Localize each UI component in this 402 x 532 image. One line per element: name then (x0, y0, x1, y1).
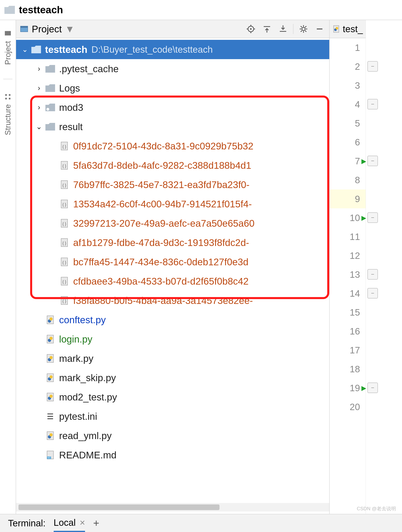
tree-folder-mod3[interactable]: ›mod3 (16, 98, 329, 117)
gutter-line[interactable]: 16 (330, 322, 366, 341)
tree-file-mark-skip-py[interactable]: mark_skip.py (16, 368, 329, 387)
fold-marker-icon[interactable]: − (367, 61, 378, 72)
fold-marker-icon[interactable]: − (367, 156, 378, 166)
json-file-icon: { } (58, 141, 71, 151)
svg-line-22 (301, 26, 302, 27)
locate-icon[interactable] (245, 23, 257, 35)
gutter-line[interactable]: 18 (330, 360, 366, 379)
tree-file-result-2[interactable]: { }76b97ffc-3825-45e7-8321-ea3fd7ba23f0- (16, 175, 329, 194)
tree-file-result-6[interactable]: { }bc7ffa45-1447-434e-836c-0deb127f0e3d (16, 252, 329, 272)
tree-file-login-py[interactable]: login.py (16, 329, 329, 349)
horizontal-scrollbar[interactable] (16, 503, 329, 512)
tree-folder--pytest-cache[interactable]: ›.pytest_cache (16, 59, 329, 78)
gutter-line[interactable]: 3 (330, 76, 366, 95)
collapse-all-icon[interactable] (277, 23, 289, 35)
side-tab-project[interactable]: Project (3, 24, 13, 71)
editor-gutter: test_ 1234567▶8910▶111213141516171819▶20 (330, 20, 366, 514)
svg-text:{ }: { } (62, 260, 66, 265)
tree-item-label: README.md (59, 450, 116, 461)
svg-rect-1 (9, 98, 10, 99)
fold-marker-icon[interactable]: − (367, 269, 378, 279)
gutter-line[interactable]: 12 (330, 246, 366, 265)
gutter-line[interactable]: 10▶ (330, 208, 366, 227)
panel-title-group[interactable]: Project ▼ (20, 24, 74, 35)
tree-file-result-5[interactable]: { }af1b1279-fdbe-47da-9d3c-19193f8fdc2d- (16, 233, 329, 252)
tree-file-result-3[interactable]: { }13534a42-6c0f-4c00-94b7-914521f015f4- (16, 194, 329, 214)
gutter-line[interactable]: 20 (330, 398, 366, 416)
tree-item-label: read_yml.py (59, 430, 111, 441)
expand-arrow-icon[interactable]: ⌄ (20, 45, 30, 54)
folder-icon (4, 30, 11, 37)
folder-icon (44, 122, 57, 131)
gutter-line[interactable]: 11 (330, 227, 366, 246)
tree-folder-logs[interactable]: ›Logs (16, 78, 329, 98)
gutter-line[interactable]: 7▶ (330, 152, 366, 171)
tree-file-result-0[interactable]: { }0f91dc72-5104-43dc-8a31-9c0929b75b32 (16, 136, 329, 156)
fold-marker-icon[interactable]: − (367, 99, 378, 109)
tree-folder-result[interactable]: ⌄result (16, 117, 329, 136)
svg-point-8 (250, 28, 252, 30)
json-file-icon: { } (58, 257, 71, 267)
py-file-icon (44, 431, 57, 440)
tree-item-label: bc7ffa45-1447-434e-836c-0deb127f0e3d (73, 256, 248, 267)
side-tab-structure[interactable]: Structure (3, 87, 13, 141)
divider (3, 79, 13, 79)
expand-arrow-icon[interactable]: ⌄ (34, 122, 44, 131)
tree-file-result-1[interactable]: { }5fa63d7d-8deb-4afc-9282-c388d188b4d1 (16, 156, 329, 175)
fold-marker-icon[interactable]: − (367, 212, 378, 223)
tree-root[interactable]: ⌄testteachD:\Buyer_test_code\testteach (16, 40, 329, 59)
ini-file-icon (44, 412, 57, 421)
tree-item-label: login.py (59, 334, 92, 345)
gutter-line[interactable]: 2 (330, 57, 366, 76)
editor-tab[interactable]: test_ (330, 20, 366, 38)
gutter-line[interactable]: 4 (330, 95, 366, 114)
breadcrumb: testteach (0, 0, 402, 20)
fold-marker-icon[interactable]: − (367, 383, 378, 393)
gutter-line[interactable]: 19▶ (330, 379, 366, 398)
minimize-icon[interactable] (314, 23, 326, 35)
svg-point-57 (49, 375, 53, 379)
tree-item-label: cfdbaee3-49ba-4533-b07d-d2f65f0b8c42 (73, 276, 249, 287)
scrollbar-thumb[interactable] (19, 504, 219, 510)
tree-file-pytest-ini[interactable]: pytest.ini (16, 407, 329, 426)
gutter-line[interactable]: 9 (330, 190, 366, 208)
svg-text:{ }: { } (62, 144, 66, 149)
svg-point-48 (49, 317, 53, 321)
tree-file-result-4[interactable]: { }32997213-207e-49a9-aefc-ea7a50e65a60 (16, 214, 329, 233)
python-file-icon (333, 25, 340, 33)
gutter-line[interactable]: 15 (330, 303, 366, 322)
gutter-line[interactable]: 8 (330, 171, 366, 190)
gutter-line[interactable]: 13 (330, 265, 366, 284)
add-terminal-button[interactable]: + (93, 517, 99, 529)
tree-file-conftest-py[interactable]: conftest.py (16, 310, 329, 329)
tree-file-read-yml-py[interactable]: read_yml.py (16, 426, 329, 445)
expand-arrow-icon[interactable]: › (34, 84, 44, 92)
expand-arrow-icon[interactable]: › (34, 103, 44, 112)
tree-file-result-7[interactable]: { }cfdbaee3-49ba-4533-b07d-d2f65f0b8c42 (16, 272, 329, 291)
gutter-line[interactable]: 1 (330, 38, 366, 57)
project-tree[interactable]: ⌄testteachD:\Buyer_test_code\testteach›.… (16, 38, 329, 514)
tree-item-label: result (59, 121, 83, 132)
svg-rect-4 (5, 94, 7, 96)
expand-all-icon[interactable] (261, 23, 273, 35)
expand-arrow-icon[interactable]: › (34, 64, 44, 73)
gutter-line[interactable]: 5 (330, 114, 366, 133)
terminal-tab-local[interactable]: Local × (54, 514, 85, 532)
watermark: CSDN @老去说明 (357, 506, 396, 512)
tree-file-result-8[interactable]: { }f38fa880-b0f5-4ba4-aa9a-3a14573e82ee- (16, 291, 329, 310)
tree-item-label: af1b1279-fdbe-47da-9d3c-19193f8fdc2d- (73, 237, 249, 248)
breadcrumb-project[interactable]: testteach (19, 4, 63, 16)
json-file-icon: { } (58, 276, 71, 286)
gear-icon[interactable] (297, 23, 309, 35)
gutter-line[interactable]: 6 (330, 133, 366, 152)
tree-file-readme-md[interactable]: MDREADME.md (16, 445, 329, 465)
divider (293, 24, 293, 34)
tree-file-mark-py[interactable]: mark.py (16, 349, 329, 368)
tree-file-mod2-test-py[interactable]: mod2_test.py (16, 387, 329, 407)
gutter-line[interactable]: 17 (330, 341, 366, 360)
close-icon[interactable]: × (80, 517, 85, 528)
fold-marker-icon[interactable]: − (367, 288, 378, 298)
tree-item-label: mark_skip.py (59, 372, 116, 383)
gutter-line[interactable]: 14 (330, 284, 366, 303)
chevron-down-icon[interactable]: ▼ (65, 24, 74, 35)
